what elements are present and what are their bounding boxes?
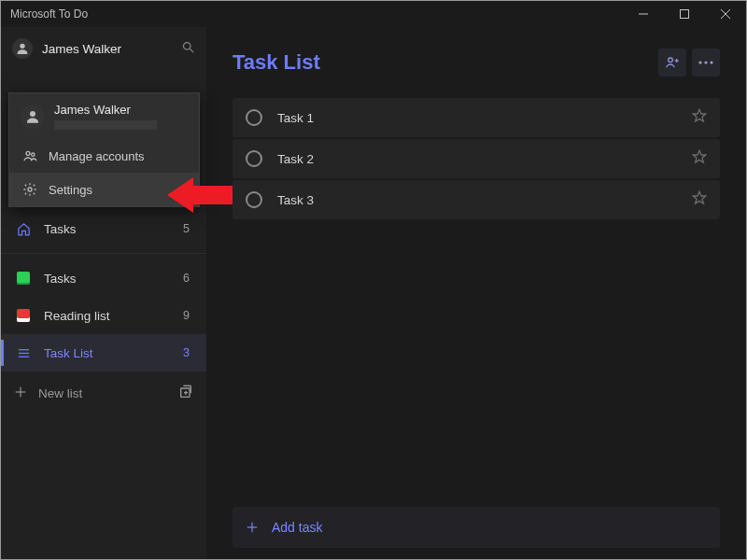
sidebar-item-count: 9 [183, 309, 190, 322]
svg-point-26 [704, 61, 707, 63]
new-list-label: New list [38, 386, 178, 400]
sidebar-list-tasklist[interactable]: Task List 3 [1, 334, 206, 371]
sidebar-item-count: 6 [183, 272, 190, 285]
list-title[interactable]: Task List [233, 50, 653, 75]
people-icon [21, 148, 39, 163]
svg-point-20 [28, 188, 32, 191]
task-item[interactable]: Task 3 [233, 180, 720, 219]
sidebar-item-label: Task List [44, 346, 183, 360]
main-pane: Task List Task 1 Task 2 [206, 27, 746, 559]
sidebar-list-reading[interactable]: Reading list 9 [1, 297, 206, 334]
svg-marker-28 [693, 109, 705, 121]
settings-label: Settings [49, 183, 92, 197]
search-icon[interactable] [181, 40, 195, 57]
minimize-button[interactable] [623, 1, 664, 27]
svg-point-19 [32, 153, 35, 156]
new-group-icon[interactable] [178, 385, 193, 402]
sidebar-item-label: Tasks [44, 272, 183, 286]
svg-marker-30 [693, 191, 705, 203]
share-button[interactable] [658, 49, 686, 77]
sidebar-divider [1, 253, 206, 254]
account-email-redacted [54, 120, 157, 130]
star-icon[interactable] [692, 149, 707, 168]
account-username: James Walker [54, 103, 157, 117]
plus-icon [14, 385, 27, 401]
sidebar-item-tasks[interactable]: Tasks 5 [1, 210, 206, 247]
account-user-row[interactable]: James Walker [9, 93, 199, 139]
svg-point-27 [710, 61, 712, 63]
svg-point-18 [26, 151, 30, 155]
add-task-label: Add task [272, 520, 322, 535]
star-icon[interactable] [692, 108, 707, 127]
task-label: Task 2 [277, 152, 692, 166]
hamburger-icon [14, 346, 33, 360]
task-label: Task 1 [277, 111, 692, 125]
svg-point-5 [184, 43, 191, 50]
maximize-button[interactable] [664, 1, 705, 27]
sidebar-item-label: Reading list [44, 309, 183, 323]
star-icon[interactable] [692, 190, 707, 209]
profile-row[interactable]: James Walker [1, 27, 206, 70]
gear-icon [21, 182, 39, 197]
sidebar: James Walker Tasks 5 Tasks 6 [1, 27, 206, 559]
svg-point-4 [20, 44, 24, 49]
sidebar-item-count: 3 [183, 346, 190, 359]
sidebar-item-label: Tasks [44, 222, 183, 236]
task-item[interactable]: Task 1 [233, 98, 720, 137]
svg-line-6 [190, 49, 193, 52]
avatar [12, 38, 33, 59]
home-icon [14, 222, 33, 236]
list-icon-green [14, 272, 33, 285]
task-label: Task 3 [277, 193, 692, 207]
svg-point-17 [30, 111, 35, 117]
add-task-bar[interactable]: Add task [233, 507, 720, 548]
list-icon-red [14, 309, 33, 322]
complete-circle[interactable] [246, 109, 262, 126]
svg-point-22 [669, 58, 673, 63]
task-list: Task 1 Task 2 Task 3 [233, 98, 720, 219]
task-item[interactable]: Task 2 [233, 139, 720, 178]
profile-name: James Walker [42, 42, 181, 56]
complete-circle[interactable] [246, 191, 262, 208]
app-title: Microsoft To Do [10, 7, 623, 21]
plus-icon [246, 521, 259, 534]
svg-point-25 [698, 61, 701, 63]
svg-rect-1 [681, 10, 689, 19]
svg-marker-29 [693, 150, 705, 162]
avatar [21, 105, 45, 129]
main-header: Task List [233, 44, 720, 81]
sidebar-item-count: 5 [183, 222, 190, 235]
new-list-row[interactable]: New list [1, 371, 206, 414]
account-popup: James Walker Manage accounts Settings [8, 92, 200, 207]
app-window: Microsoft To Do James Walker [0, 0, 747, 560]
manage-accounts-item[interactable]: Manage accounts [9, 139, 199, 173]
sidebar-list-tasks[interactable]: Tasks 6 [1, 259, 206, 297]
manage-accounts-label: Manage accounts [49, 149, 145, 163]
close-button[interactable] [705, 1, 746, 27]
complete-circle[interactable] [246, 150, 262, 167]
more-button[interactable] [692, 49, 720, 77]
settings-item[interactable]: Settings [9, 173, 199, 206]
titlebar: Microsoft To Do [1, 1, 746, 27]
